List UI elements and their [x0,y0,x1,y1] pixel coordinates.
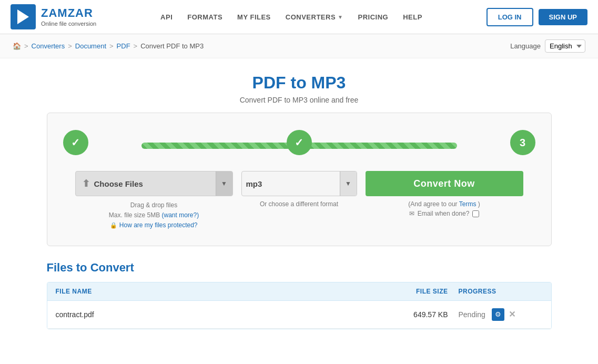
signup-button[interactable]: SIGN UP [539,9,587,25]
breadcrumb-pdf[interactable]: PDF [117,42,130,50]
max-size-hint: Max. file size 5MB (want more?) [75,210,233,220]
files-table: FILE NAME FILE SIZE PROGRESS contract.pd… [47,282,552,329]
lock-icon: 🔒 [110,222,117,228]
files-table-header: FILE NAME FILE SIZE PROGRESS [47,282,551,301]
choose-files-label: Choose Files [94,179,143,188]
language-select[interactable]: English [545,39,585,53]
logo-text: ZAMZAR Online file conversion [41,6,96,27]
breadcrumb-home[interactable]: 🏠 [13,42,21,50]
login-button[interactable]: LOG IN [486,8,533,26]
format-hint: Or choose a different format [241,200,357,231]
email-label: Email when done? [418,210,470,217]
language-label: Language [510,42,541,50]
protection-link-row: 🔒 How are my files protected? [75,220,233,230]
step-3-circle: 3 [510,130,535,155]
col-filename-header: FILE NAME [56,288,385,295]
step-2-circle: ✓ [287,130,312,155]
breadcrumb: 🏠 > Converters > Document > PDF > Conver… [13,42,204,50]
chevron-down-icon: ▼ [338,14,343,20]
nav-myfiles[interactable]: MY FILES [237,13,271,21]
terms-link[interactable]: Terms [459,200,477,208]
chevron-down-icon: ▼ [340,171,357,196]
file-size-cell: 649.57 KB [385,310,448,319]
upload-icon: ⬆ [82,178,90,189]
format-select[interactable]: mp3 wav ogg aac flac [242,179,340,188]
files-section: Files to Convert FILE NAME FILE SIZE PRO… [47,261,552,350]
brand-tagline: Online file conversion [41,21,96,27]
converter-box: ✓ ✓ 3 ⬆ Choose Files ▼ mp3 wav ogg aac f… [47,113,552,246]
logo-arrow [17,9,29,24]
breadcrumb-document[interactable]: Document [75,42,106,50]
step-1-circle: ✓ [63,130,88,155]
language-area: Language English [510,39,585,53]
files-title-highlight: Convert [90,261,134,274]
page-subtitle: Convert PDF to MP3 online and free [0,96,598,104]
gear-icon[interactable]: ⚙ [492,308,504,321]
action-hints: Drag & drop files Max. file size 5MB (wa… [63,200,535,231]
steps-row: ✓ ✓ 3 [63,130,535,155]
nav-help[interactable]: HELP [403,13,422,21]
file-name-cell: contract.pdf [56,310,385,319]
nav-links: API FORMATS MY FILES CONVERTERS ▼ PRICIN… [160,13,422,21]
want-more-link[interactable]: (want more?) [162,211,199,219]
brand-name: ZAMZAR [41,6,96,20]
drag-drop-hint: Drag & drop files [75,200,233,210]
terms-hint: (And agree to our Terms ) [366,200,523,208]
hero-section: PDF to MP3 Convert PDF to MP3 online and… [0,58,598,113]
email-icon: ✉ [409,210,414,217]
navbar: ZAMZAR Online file conversion API FORMAT… [0,0,598,34]
convert-hints: (And agree to our Terms ) ✉ Email when d… [366,200,523,231]
breadcrumb-current: Convert PDF to MP3 [140,42,204,50]
breadcrumb-converters[interactable]: Converters [32,42,65,50]
nav-pricing[interactable]: PRICING [358,13,388,21]
email-row: ✉ Email when done? [366,210,523,217]
email-checkbox[interactable] [472,210,479,217]
file-action-icons: ⚙ ✕ [492,308,515,321]
files-title: Files to Convert [47,261,552,275]
convert-now-button[interactable]: Convert Now [366,171,523,196]
nav-converters[interactable]: CONVERTERS ▼ [286,13,343,21]
breadcrumb-bar: 🏠 > Converters > Document > PDF > Conver… [0,34,598,58]
col-progress-header: PROGRESS [448,288,543,295]
protection-link[interactable]: How are my files protected? [119,221,198,229]
chevron-down-icon[interactable]: ▼ [216,171,232,196]
col-filesize-header: FILE SIZE [385,288,448,295]
actions-row: ⬆ Choose Files ▼ mp3 wav ogg aac flac ▼ … [63,171,535,196]
format-select-wrap: mp3 wav ogg aac flac ▼ [241,171,357,196]
nav-formats[interactable]: FORMATS [187,13,222,21]
choose-files-button[interactable]: ⬆ Choose Files ▼ [75,171,233,196]
nav-api[interactable]: API [160,13,173,21]
choose-files-hints: Drag & drop files Max. file size 5MB (wa… [75,200,233,231]
logo-icon [11,4,36,29]
page-title: PDF to MP3 [0,73,598,93]
file-status: Pending [459,310,485,319]
close-icon[interactable]: ✕ [509,309,515,319]
file-progress-cell: Pending ⚙ ✕ [448,308,543,321]
table-row: contract.pdf 649.57 KB Pending ⚙ ✕ [47,301,551,329]
logo-area: ZAMZAR Online file conversion [11,4,96,29]
auth-buttons: LOG IN SIGN UP [486,8,587,26]
